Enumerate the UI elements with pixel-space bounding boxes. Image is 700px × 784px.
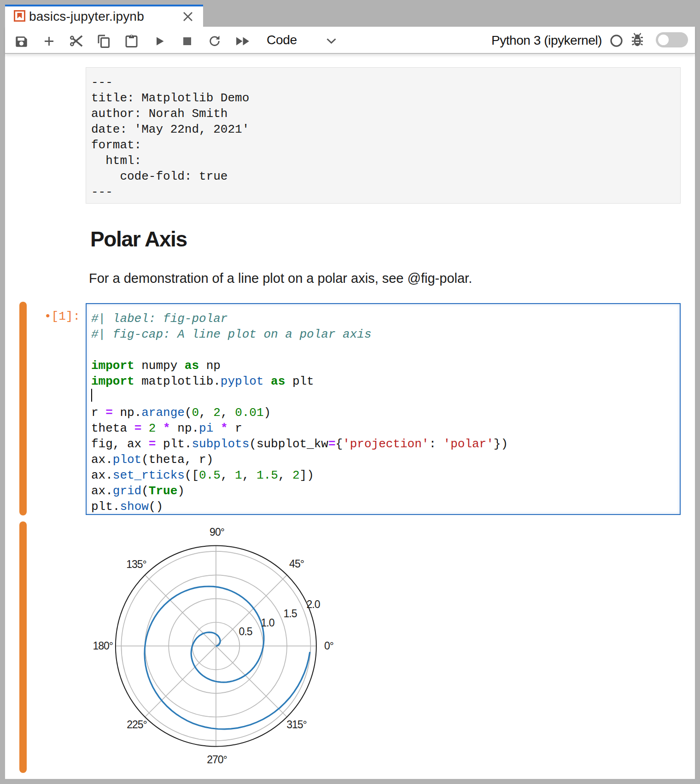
svg-text:1.0: 1.0 xyxy=(261,617,274,629)
svg-text:1.5: 1.5 xyxy=(284,608,297,620)
svg-text:225°: 225° xyxy=(127,719,147,731)
svg-text:0.5: 0.5 xyxy=(239,626,252,638)
svg-text:90°: 90° xyxy=(210,526,224,538)
svg-text:45°: 45° xyxy=(289,558,304,570)
svg-text:2.0: 2.0 xyxy=(307,598,320,610)
svg-text:270°: 270° xyxy=(207,754,227,766)
svg-text:180°: 180° xyxy=(93,640,113,652)
svg-text:135°: 135° xyxy=(126,558,146,570)
svg-text:0°: 0° xyxy=(324,640,333,652)
svg-text:315°: 315° xyxy=(286,719,307,731)
